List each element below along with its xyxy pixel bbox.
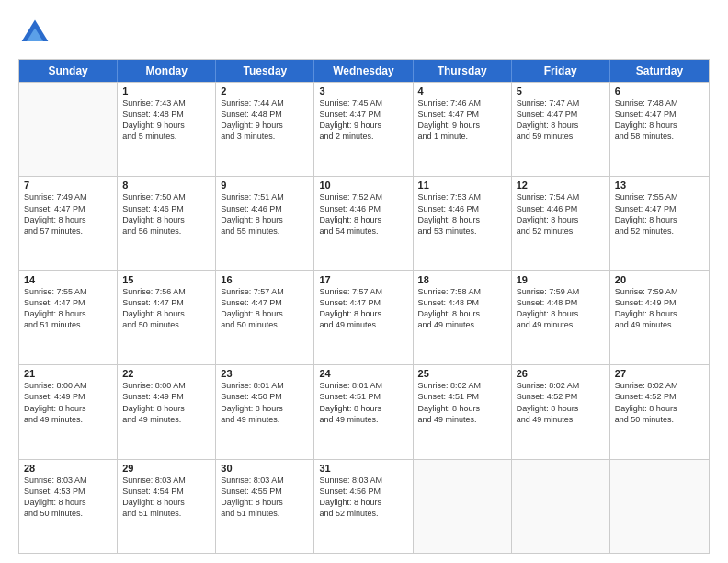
calendar-cell: 29Sunrise: 8:03 AMSunset: 4:54 PMDayligh… (118, 460, 216, 553)
day-number: 27 (615, 368, 704, 379)
calendar: SundayMondayTuesdayWednesdayThursdayFrid… (18, 59, 710, 554)
day-number: 22 (122, 368, 210, 379)
cell-text: Sunrise: 7:47 AMSunset: 4:47 PMDaylight:… (517, 98, 605, 143)
calendar-cell (414, 460, 512, 553)
calendar-header-cell: Tuesday (216, 60, 314, 82)
cell-text: Sunrise: 7:58 AMSunset: 4:48 PMDaylight:… (418, 286, 506, 331)
cell-text: Sunrise: 8:00 AMSunset: 4:49 PMDaylight:… (24, 380, 112, 425)
day-number: 7 (24, 179, 112, 190)
calendar-cell: 24Sunrise: 8:01 AMSunset: 4:51 PMDayligh… (314, 365, 413, 458)
calendar-cell: 14Sunrise: 7:55 AMSunset: 4:47 PMDayligh… (19, 271, 118, 364)
cell-text: Sunrise: 7:55 AMSunset: 4:47 PMDaylight:… (24, 286, 112, 331)
cell-text: Sunrise: 7:48 AMSunset: 4:47 PMDaylight:… (615, 98, 704, 143)
cell-text: Sunrise: 7:50 AMSunset: 4:46 PMDaylight:… (122, 191, 210, 236)
day-number: 9 (221, 179, 309, 190)
calendar-cell: 4Sunrise: 7:46 AMSunset: 4:47 PMDaylight… (414, 83, 512, 176)
calendar-header-cell: Monday (118, 60, 216, 82)
cell-text: Sunrise: 8:03 AMSunset: 4:56 PMDaylight:… (319, 475, 407, 520)
cell-text: Sunrise: 7:52 AMSunset: 4:46 PMDaylight:… (319, 191, 407, 236)
cell-text: Sunrise: 8:03 AMSunset: 4:53 PMDaylight:… (24, 475, 112, 520)
day-number: 26 (517, 368, 605, 379)
day-number: 3 (319, 86, 407, 97)
page: SundayMondayTuesdayWednesdayThursdayFrid… (0, 0, 728, 563)
calendar-header-cell: Friday (512, 60, 610, 82)
calendar-row: 7Sunrise: 7:49 AMSunset: 4:47 PMDaylight… (19, 176, 709, 270)
calendar-cell: 13Sunrise: 7:55 AMSunset: 4:47 PMDayligh… (610, 177, 709, 270)
calendar-cell (19, 83, 118, 176)
calendar-cell: 15Sunrise: 7:56 AMSunset: 4:47 PMDayligh… (118, 271, 216, 364)
cell-text: Sunrise: 7:51 AMSunset: 4:46 PMDaylight:… (221, 191, 309, 236)
calendar-cell: 19Sunrise: 7:59 AMSunset: 4:48 PMDayligh… (512, 271, 610, 364)
day-number: 20 (615, 274, 704, 285)
day-number: 31 (319, 463, 407, 474)
calendar-row: 1Sunrise: 7:43 AMSunset: 4:48 PMDaylight… (19, 82, 709, 176)
calendar-header: SundayMondayTuesdayWednesdayThursdayFrid… (19, 60, 709, 82)
calendar-cell: 30Sunrise: 8:03 AMSunset: 4:55 PMDayligh… (216, 460, 314, 553)
calendar-cell (610, 460, 709, 553)
calendar-header-cell: Thursday (414, 60, 512, 82)
day-number: 5 (517, 86, 605, 97)
day-number: 17 (319, 274, 407, 285)
calendar-cell: 6Sunrise: 7:48 AMSunset: 4:47 PMDaylight… (610, 83, 709, 176)
calendar-cell: 22Sunrise: 8:00 AMSunset: 4:49 PMDayligh… (118, 365, 216, 458)
day-number: 24 (319, 368, 407, 379)
cell-text: Sunrise: 7:56 AMSunset: 4:47 PMDaylight:… (122, 286, 210, 331)
day-number: 29 (122, 463, 210, 474)
calendar-cell: 16Sunrise: 7:57 AMSunset: 4:47 PMDayligh… (216, 271, 314, 364)
cell-text: Sunrise: 7:55 AMSunset: 4:47 PMDaylight:… (615, 191, 704, 236)
calendar-cell: 20Sunrise: 7:59 AMSunset: 4:49 PMDayligh… (610, 271, 709, 364)
calendar-cell: 11Sunrise: 7:53 AMSunset: 4:46 PMDayligh… (414, 177, 512, 270)
calendar-cell: 23Sunrise: 8:01 AMSunset: 4:50 PMDayligh… (216, 365, 314, 458)
day-number: 1 (122, 86, 210, 97)
day-number: 13 (615, 179, 704, 190)
cell-text: Sunrise: 8:00 AMSunset: 4:49 PMDaylight:… (122, 380, 210, 425)
calendar-cell: 3Sunrise: 7:45 AMSunset: 4:47 PMDaylight… (314, 83, 413, 176)
calendar-body: 1Sunrise: 7:43 AMSunset: 4:48 PMDaylight… (19, 82, 709, 553)
cell-text: Sunrise: 8:01 AMSunset: 4:51 PMDaylight:… (319, 380, 407, 425)
day-number: 18 (418, 274, 506, 285)
calendar-header-cell: Wednesday (314, 60, 413, 82)
day-number: 4 (418, 86, 506, 97)
calendar-cell: 8Sunrise: 7:50 AMSunset: 4:46 PMDaylight… (118, 177, 216, 270)
calendar-cell: 31Sunrise: 8:03 AMSunset: 4:56 PMDayligh… (314, 460, 413, 553)
day-number: 16 (221, 274, 309, 285)
calendar-header-cell: Sunday (19, 60, 118, 82)
day-number: 2 (221, 86, 309, 97)
cell-text: Sunrise: 7:59 AMSunset: 4:48 PMDaylight:… (517, 286, 605, 331)
calendar-cell: 2Sunrise: 7:44 AMSunset: 4:48 PMDaylight… (216, 83, 314, 176)
calendar-cell: 25Sunrise: 8:02 AMSunset: 4:51 PMDayligh… (414, 365, 512, 458)
calendar-cell (512, 460, 610, 553)
day-number: 8 (122, 179, 210, 190)
calendar-cell: 10Sunrise: 7:52 AMSunset: 4:46 PMDayligh… (314, 177, 413, 270)
calendar-row: 14Sunrise: 7:55 AMSunset: 4:47 PMDayligh… (19, 270, 709, 364)
cell-text: Sunrise: 8:01 AMSunset: 4:50 PMDaylight:… (221, 380, 309, 425)
calendar-row: 21Sunrise: 8:00 AMSunset: 4:49 PMDayligh… (19, 364, 709, 458)
calendar-cell: 28Sunrise: 8:03 AMSunset: 4:53 PMDayligh… (19, 460, 118, 553)
calendar-header-cell: Saturday (610, 60, 709, 82)
day-number: 10 (319, 179, 407, 190)
cell-text: Sunrise: 7:57 AMSunset: 4:47 PMDaylight:… (319, 286, 407, 331)
calendar-cell: 18Sunrise: 7:58 AMSunset: 4:48 PMDayligh… (414, 271, 512, 364)
cell-text: Sunrise: 7:54 AMSunset: 4:46 PMDaylight:… (517, 191, 605, 236)
day-number: 25 (418, 368, 506, 379)
calendar-row: 28Sunrise: 8:03 AMSunset: 4:53 PMDayligh… (19, 459, 709, 553)
day-number: 30 (221, 463, 309, 474)
day-number: 19 (517, 274, 605, 285)
calendar-cell: 5Sunrise: 7:47 AMSunset: 4:47 PMDaylight… (512, 83, 610, 176)
day-number: 15 (122, 274, 210, 285)
calendar-cell: 1Sunrise: 7:43 AMSunset: 4:48 PMDaylight… (118, 83, 216, 176)
cell-text: Sunrise: 7:49 AMSunset: 4:47 PMDaylight:… (24, 191, 112, 236)
day-number: 11 (418, 179, 506, 190)
cell-text: Sunrise: 7:53 AMSunset: 4:46 PMDaylight:… (418, 191, 506, 236)
cell-text: Sunrise: 8:02 AMSunset: 4:52 PMDaylight:… (615, 380, 704, 425)
day-number: 14 (24, 274, 112, 285)
cell-text: Sunrise: 8:03 AMSunset: 4:54 PMDaylight:… (122, 475, 210, 520)
day-number: 28 (24, 463, 112, 474)
day-number: 6 (615, 86, 704, 97)
calendar-cell: 26Sunrise: 8:02 AMSunset: 4:52 PMDayligh… (512, 365, 610, 458)
cell-text: Sunrise: 7:59 AMSunset: 4:49 PMDaylight:… (615, 286, 704, 331)
calendar-cell: 27Sunrise: 8:02 AMSunset: 4:52 PMDayligh… (610, 365, 709, 458)
logo (18, 17, 57, 50)
cell-text: Sunrise: 8:02 AMSunset: 4:51 PMDaylight:… (418, 380, 506, 425)
logo-icon (18, 17, 51, 50)
